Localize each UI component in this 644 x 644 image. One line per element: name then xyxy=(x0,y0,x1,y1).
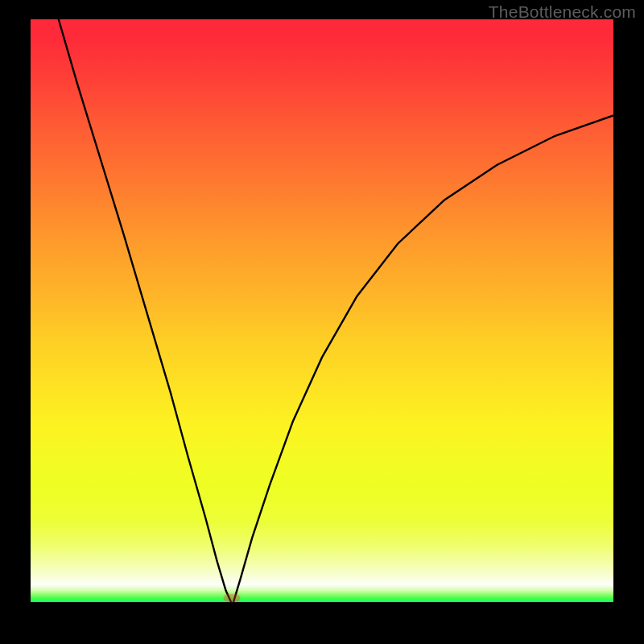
curve-left xyxy=(59,19,231,602)
plot-area xyxy=(31,19,613,602)
highlight-marker xyxy=(224,594,240,602)
curve-svg xyxy=(31,19,613,602)
chart-frame: TheBottleneck.com xyxy=(0,0,644,644)
curve-right xyxy=(233,115,613,602)
watermark-text: TheBottleneck.com xyxy=(489,2,636,22)
